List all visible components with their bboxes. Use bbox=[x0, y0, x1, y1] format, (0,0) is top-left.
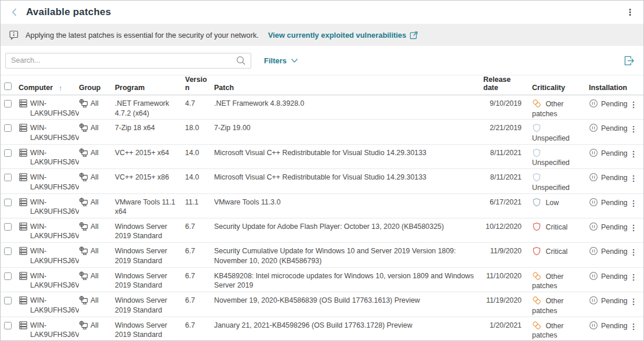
release-date-cell: 8/11/2021 bbox=[483, 169, 526, 193]
kebab-menu-icon bbox=[629, 100, 638, 110]
group-name: All bbox=[91, 222, 99, 232]
group-name: All bbox=[91, 99, 99, 109]
chevron-down-icon bbox=[291, 58, 298, 64]
program-cell: Windows Server 2019 Standard bbox=[115, 292, 185, 316]
search-icon[interactable] bbox=[236, 55, 247, 69]
installation-status: Pending bbox=[601, 149, 627, 157]
kebab-menu-icon bbox=[629, 273, 638, 282]
version-cell: 11.1 bbox=[185, 194, 214, 218]
column-header-installation[interactable]: Installation bbox=[583, 84, 629, 92]
criticality-cell: Other patches bbox=[526, 268, 583, 292]
group-cell: All bbox=[79, 292, 115, 316]
column-header-version[interactable]: Version bbox=[185, 76, 214, 92]
row-menu-button[interactable] bbox=[629, 145, 643, 168]
criticality-label: Unspecified bbox=[532, 134, 570, 142]
server-icon bbox=[19, 198, 28, 210]
page-menu-button[interactable] bbox=[625, 7, 635, 17]
installation-cell: Pending bbox=[583, 292, 629, 316]
column-header-program[interactable]: Program bbox=[115, 84, 185, 92]
criticality-cell: Unspecified bbox=[526, 145, 583, 168]
banner-link-label: View currently exploited vulnerabilities bbox=[268, 31, 406, 40]
row-menu-button[interactable] bbox=[629, 218, 643, 242]
patch-cell: Microsoft Visual C++ Redistributable for… bbox=[214, 169, 483, 193]
row-checkbox[interactable] bbox=[4, 149, 12, 157]
pause-circle-icon bbox=[589, 246, 598, 256]
info-banner: Applying the latest patches is essential… bbox=[1, 24, 643, 46]
export-button[interactable] bbox=[623, 55, 635, 67]
available-patches-page: Available patches Applying the latest pa… bbox=[0, 0, 644, 341]
row-menu-button[interactable] bbox=[629, 194, 643, 218]
row-checkbox[interactable] bbox=[4, 199, 12, 206]
row-menu-button[interactable] bbox=[629, 268, 643, 292]
group-icon bbox=[79, 148, 88, 160]
row-checkbox[interactable] bbox=[4, 223, 12, 231]
group-cell: All bbox=[79, 317, 115, 341]
row-checkbox[interactable] bbox=[4, 297, 12, 304]
kebab-menu-icon bbox=[629, 125, 638, 134]
computer-name: WIN-LAK9UFHSJ6V bbox=[30, 246, 78, 265]
row-checkbox[interactable] bbox=[4, 247, 12, 255]
row-menu-button[interactable] bbox=[629, 243, 643, 267]
row-checkbox[interactable] bbox=[4, 322, 12, 329]
pause-circle-icon bbox=[589, 198, 598, 207]
installation-cell: Pending bbox=[583, 218, 629, 242]
kebab-menu-icon bbox=[629, 174, 638, 184]
criticality-cell: Unspecified bbox=[526, 120, 583, 143]
row-menu-button[interactable] bbox=[629, 169, 643, 193]
row-menu-button[interactable] bbox=[629, 317, 643, 341]
group-cell: All bbox=[79, 145, 115, 168]
column-header-criticality[interactable]: Criticality bbox=[526, 84, 583, 92]
search-input[interactable] bbox=[5, 53, 251, 69]
shield-icon bbox=[532, 198, 541, 207]
pause-circle-icon bbox=[589, 296, 598, 305]
program-cell: .NET Framework 4.7.2 (x64) bbox=[115, 95, 185, 119]
row-menu-button[interactable] bbox=[629, 95, 643, 119]
row-checkbox[interactable] bbox=[4, 272, 12, 280]
version-cell: 14.0 bbox=[185, 169, 214, 193]
program-cell: Windows Server 2019 Standard bbox=[115, 268, 185, 292]
view-exploited-vulnerabilities-link[interactable]: View currently exploited vulnerabilities bbox=[268, 31, 418, 40]
column-header-computer[interactable]: Computer ↑ bbox=[17, 84, 79, 92]
release-date-cell: 8/11/2021 bbox=[483, 145, 526, 168]
group-icon bbox=[79, 321, 88, 333]
group-cell: All bbox=[79, 120, 115, 143]
column-header-group[interactable]: Group bbox=[79, 84, 115, 92]
criticality-label: Unspecified bbox=[532, 159, 570, 167]
server-icon bbox=[19, 148, 28, 160]
computer-name: WIN-LAK9UFHSJ6V bbox=[30, 123, 78, 142]
info-bubble-icon bbox=[9, 30, 20, 41]
row-checkbox[interactable] bbox=[4, 100, 12, 107]
criticality-label: Critical bbox=[545, 247, 567, 256]
installation-cell: Pending bbox=[583, 145, 629, 168]
column-header-patch[interactable]: Patch bbox=[214, 84, 483, 92]
group-name: All bbox=[91, 123, 99, 133]
installation-status: Pending bbox=[601, 321, 627, 329]
computer-name: WIN-LAK9UFHSJ6V bbox=[30, 99, 78, 118]
release-date-cell: 11/19/2020 bbox=[483, 292, 526, 316]
row-checkbox[interactable] bbox=[4, 174, 12, 181]
release-date-cell: 11/9/2020 bbox=[483, 243, 526, 267]
version-cell: 14.0 bbox=[185, 145, 214, 168]
group-name: All bbox=[91, 271, 99, 281]
row-checkbox[interactable] bbox=[4, 124, 12, 132]
row-menu-button[interactable] bbox=[629, 292, 643, 316]
criticality-cell: Low bbox=[526, 194, 583, 218]
table-row: WIN-LAK9UFHSJ6V All VC++ 2015+ x64 14.0 … bbox=[1, 145, 643, 169]
select-all-checkbox[interactable] bbox=[4, 82, 12, 90]
server-icon bbox=[19, 296, 28, 308]
kebab-menu-icon bbox=[629, 199, 638, 209]
group-icon bbox=[79, 198, 88, 210]
criticality-cell: Other patches bbox=[526, 292, 583, 316]
column-header-release-date[interactable]: Release date bbox=[483, 76, 526, 92]
crossed-bands-icon bbox=[532, 296, 541, 305]
table-row: WIN-LAK9UFHSJ6V All Windows Server 2019 … bbox=[1, 218, 643, 243]
server-icon bbox=[19, 271, 28, 283]
row-menu-button[interactable] bbox=[629, 120, 643, 143]
filters-button[interactable]: Filters bbox=[264, 56, 298, 65]
column-label: Criticality bbox=[532, 84, 565, 92]
version-cell: 6.7 bbox=[185, 317, 214, 341]
back-button[interactable] bbox=[9, 6, 20, 18]
kebab-menu-icon bbox=[629, 297, 638, 307]
group-name: All bbox=[91, 173, 99, 182]
computer-name: WIN-LAK9UFHSJ6V bbox=[30, 222, 78, 241]
